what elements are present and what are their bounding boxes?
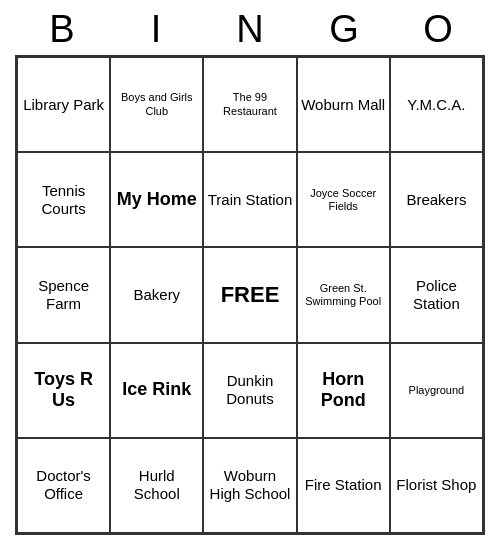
bingo-cell-18: Horn Pond bbox=[297, 343, 390, 438]
bingo-cell-3: Woburn Mall bbox=[297, 57, 390, 152]
bingo-cell-24: Florist Shop bbox=[390, 438, 483, 533]
bingo-header: BINGO bbox=[15, 0, 485, 55]
bingo-cell-9: Breakers bbox=[390, 152, 483, 247]
bingo-cell-7: Train Station bbox=[203, 152, 296, 247]
bingo-letter-G: G bbox=[300, 8, 388, 51]
bingo-cell-15: Toys R Us bbox=[17, 343, 110, 438]
bingo-grid: Library ParkBoys and Girls ClubThe 99 Re… bbox=[15, 55, 485, 535]
bingo-cell-6: My Home bbox=[110, 152, 203, 247]
bingo-cell-20: Doctor's Office bbox=[17, 438, 110, 533]
bingo-cell-17: Dunkin Donuts bbox=[203, 343, 296, 438]
bingo-letter-N: N bbox=[206, 8, 294, 51]
bingo-cell-13: Green St. Swimming Pool bbox=[297, 247, 390, 342]
bingo-cell-12: FREE bbox=[203, 247, 296, 342]
bingo-cell-4: Y.M.C.A. bbox=[390, 57, 483, 152]
bingo-cell-0: Library Park bbox=[17, 57, 110, 152]
bingo-cell-14: Police Station bbox=[390, 247, 483, 342]
bingo-cell-21: Hurld School bbox=[110, 438, 203, 533]
bingo-letter-O: O bbox=[394, 8, 482, 51]
bingo-letter-B: B bbox=[18, 8, 106, 51]
bingo-cell-16: Ice Rink bbox=[110, 343, 203, 438]
bingo-cell-2: The 99 Restaurant bbox=[203, 57, 296, 152]
bingo-cell-11: Bakery bbox=[110, 247, 203, 342]
bingo-cell-5: Tennis Courts bbox=[17, 152, 110, 247]
bingo-cell-22: Woburn High School bbox=[203, 438, 296, 533]
bingo-letter-I: I bbox=[112, 8, 200, 51]
bingo-cell-1: Boys and Girls Club bbox=[110, 57, 203, 152]
bingo-cell-8: Joyce Soccer Fields bbox=[297, 152, 390, 247]
bingo-cell-23: Fire Station bbox=[297, 438, 390, 533]
bingo-cell-10: Spence Farm bbox=[17, 247, 110, 342]
bingo-cell-19: Playground bbox=[390, 343, 483, 438]
